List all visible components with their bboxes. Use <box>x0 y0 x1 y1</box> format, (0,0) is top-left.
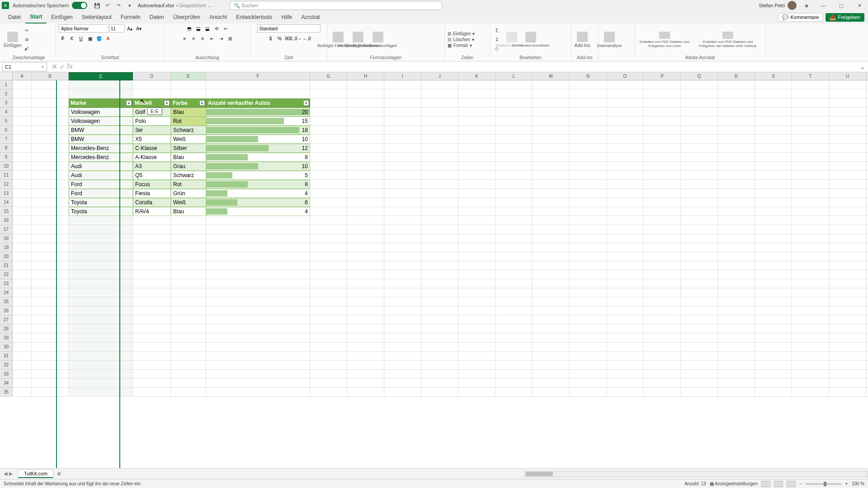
cell[interactable] <box>755 180 792 189</box>
insert-function-icon[interactable]: fx <box>67 62 72 71</box>
cell[interactable]: Audi <box>69 162 133 171</box>
cell[interactable] <box>829 252 866 261</box>
cell[interactable] <box>495 89 533 99</box>
cell[interactable] <box>792 279 829 288</box>
cell[interactable] <box>866 89 868 99</box>
cell[interactable]: Focus <box>133 180 171 189</box>
cell[interactable] <box>13 198 32 207</box>
cell[interactable] <box>829 243 866 252</box>
cell[interactable]: RAV4 <box>133 207 171 216</box>
cell[interactable] <box>755 225 792 234</box>
cell[interactable] <box>792 225 829 234</box>
indent-inc-icon[interactable]: ⇥ <box>217 34 225 42</box>
cell[interactable] <box>32 108 69 117</box>
cell[interactable] <box>755 117 792 126</box>
cell[interactable] <box>495 361 533 370</box>
cell[interactable] <box>866 216 868 225</box>
cell[interactable] <box>681 153 718 162</box>
cell[interactable] <box>792 126 829 135</box>
cell[interactable] <box>384 135 421 144</box>
comments-button[interactable]: 💬 Kommentare <box>778 13 823 22</box>
cell[interactable] <box>13 99 32 108</box>
row-header[interactable]: 16 <box>0 216 13 225</box>
cell[interactable] <box>458 171 495 180</box>
display-settings-button[interactable]: ▦ Anzeigeeinstellungen <box>710 481 758 486</box>
cell[interactable] <box>533 180 570 189</box>
cell[interactable] <box>829 216 866 225</box>
cell[interactable] <box>384 297 421 306</box>
cell[interactable] <box>755 333 792 343</box>
cell[interactable] <box>347 324 384 333</box>
cell[interactable] <box>347 306 384 315</box>
cell[interactable] <box>644 117 681 126</box>
row-header[interactable]: 15 <box>0 207 13 216</box>
cell[interactable] <box>644 126 681 135</box>
cell[interactable] <box>69 80 133 89</box>
cell[interactable] <box>421 99 458 108</box>
insert-cells-button[interactable]: ⊞ Einfügen ▾ <box>448 31 475 36</box>
cell[interactable] <box>421 80 458 89</box>
cell[interactable] <box>421 352 458 361</box>
cell[interactable] <box>32 144 69 153</box>
cell[interactable] <box>69 297 133 306</box>
cell[interactable]: Q5 <box>133 171 171 180</box>
border-icon[interactable]: ▦ <box>86 34 94 42</box>
cell[interactable] <box>681 306 718 315</box>
cell[interactable] <box>13 379 32 388</box>
cell[interactable] <box>347 279 384 288</box>
cell[interactable] <box>866 324 868 333</box>
cell[interactable] <box>421 324 458 333</box>
cell[interactable] <box>206 216 310 225</box>
cell[interactable] <box>755 297 792 306</box>
column-header-S[interactable]: S <box>755 72 792 80</box>
cell[interactable] <box>310 352 347 361</box>
cell[interactable] <box>69 324 133 333</box>
cell[interactable] <box>755 89 792 99</box>
cell[interactable] <box>718 261 755 270</box>
cell[interactable] <box>681 117 718 126</box>
cell[interactable] <box>13 261 32 270</box>
cell[interactable]: Toyota <box>69 198 133 207</box>
cell[interactable] <box>310 135 347 144</box>
column-header-C[interactable]: C <box>69 72 133 80</box>
cell[interactable] <box>384 370 421 379</box>
cell[interactable] <box>310 388 347 397</box>
cell[interactable] <box>310 207 347 216</box>
cell[interactable]: 12 <box>206 144 310 153</box>
cell[interactable] <box>570 189 607 198</box>
cell[interactable] <box>347 99 384 108</box>
cell[interactable] <box>866 189 868 198</box>
cell[interactable] <box>570 89 607 99</box>
cell[interactable] <box>495 352 533 361</box>
row-header[interactable]: 28 <box>0 324 13 333</box>
cell[interactable] <box>533 279 570 288</box>
cell[interactable] <box>570 252 607 261</box>
cell[interactable] <box>384 270 421 279</box>
cell[interactable] <box>69 306 133 315</box>
cell[interactable] <box>347 288 384 297</box>
cell[interactable]: 8 <box>206 153 310 162</box>
sheet-next-icon[interactable]: ▶ <box>9 471 13 477</box>
cell[interactable] <box>644 370 681 379</box>
cell[interactable] <box>792 89 829 99</box>
cell[interactable] <box>421 162 458 171</box>
cell[interactable] <box>792 388 829 397</box>
cell[interactable] <box>718 225 755 234</box>
cell[interactable] <box>421 333 458 343</box>
cell[interactable] <box>32 243 69 252</box>
row-header[interactable]: 24 <box>0 288 13 297</box>
row-header[interactable]: 23 <box>0 279 13 288</box>
cell[interactable] <box>206 80 310 89</box>
cell[interactable] <box>310 198 347 207</box>
cell[interactable] <box>13 126 32 135</box>
cell[interactable] <box>384 279 421 288</box>
cell[interactable] <box>755 99 792 108</box>
cell[interactable] <box>384 99 421 108</box>
cell[interactable] <box>495 261 533 270</box>
cell[interactable] <box>607 171 644 180</box>
cell[interactable] <box>458 388 495 397</box>
cell[interactable] <box>171 379 206 388</box>
cell[interactable] <box>421 144 458 153</box>
column-header-I[interactable]: I <box>384 72 421 80</box>
cell[interactable]: A3 <box>133 162 171 171</box>
